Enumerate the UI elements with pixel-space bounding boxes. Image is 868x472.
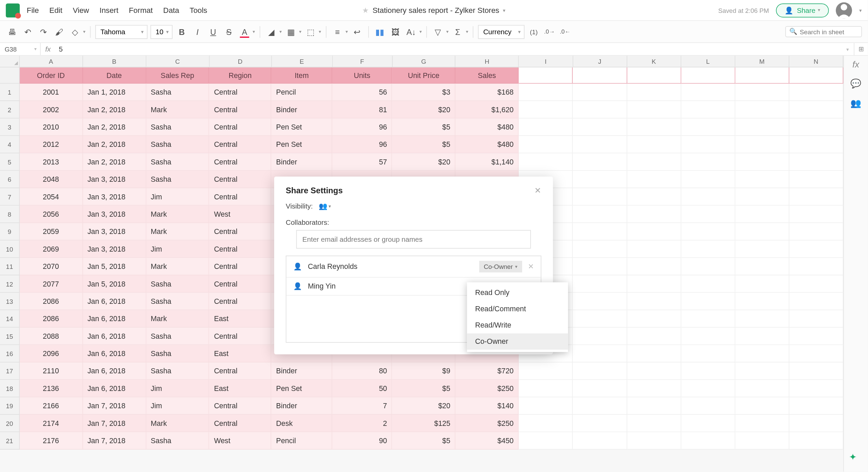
table-header-cell[interactable]: Date xyxy=(83,67,146,84)
cell[interactable]: Jim xyxy=(146,240,210,258)
cell[interactable]: $480 xyxy=(456,136,519,153)
column-header[interactable]: K xyxy=(627,56,681,67)
table-header-cell[interactable]: Sales xyxy=(456,67,519,84)
row-header[interactable]: 16 xyxy=(0,345,20,362)
cell[interactable]: 81 xyxy=(333,101,392,118)
cell[interactable]: 2056 xyxy=(20,205,83,223)
role-option[interactable]: Read Only xyxy=(467,284,568,301)
column-header[interactable]: C xyxy=(146,56,210,67)
row-header[interactable]: 14 xyxy=(0,310,20,328)
cell[interactable]: Central xyxy=(209,415,271,432)
column-header[interactable]: D xyxy=(210,56,272,67)
cell[interactable]: 50 xyxy=(333,380,392,397)
cell[interactable]: East xyxy=(209,310,271,328)
star-icon[interactable]: ★ xyxy=(362,6,369,15)
cell[interactable]: Central xyxy=(209,293,271,310)
column-header[interactable]: B xyxy=(83,56,146,67)
remove-collaborator-icon[interactable]: ✕ xyxy=(528,262,534,271)
row-header[interactable] xyxy=(0,67,20,84)
undo-icon[interactable]: ↶ xyxy=(21,25,34,38)
cell[interactable]: Central xyxy=(209,362,271,380)
cell[interactable]: 57 xyxy=(333,153,392,171)
row-header[interactable]: 6 xyxy=(0,171,20,188)
visibility-selector[interactable]: 👥 ▾ xyxy=(319,202,331,210)
menu-data[interactable]: Data xyxy=(163,6,179,15)
cell[interactable]: $9 xyxy=(392,362,456,380)
cell[interactable]: $720 xyxy=(456,362,519,380)
row-header[interactable]: 19 xyxy=(0,397,20,415)
font-size-select[interactable]: 10 xyxy=(151,25,173,39)
cell[interactable]: Central xyxy=(209,223,271,240)
cell[interactable]: $140 xyxy=(456,397,519,415)
menu-format[interactable]: Format xyxy=(129,6,153,15)
cell[interactable]: Pencil xyxy=(272,84,333,101)
cell[interactable]: 2110 xyxy=(20,362,83,380)
cell[interactable]: $20 xyxy=(392,153,456,171)
cell[interactable]: Jan 7, 2018 xyxy=(83,415,146,432)
cell[interactable]: Central xyxy=(209,136,271,153)
column-header[interactable]: G xyxy=(392,56,456,67)
role-option[interactable]: Co-Owner xyxy=(467,333,568,350)
row-header[interactable]: 3 xyxy=(0,118,20,136)
cell[interactable]: Jan 3, 2018 xyxy=(83,223,146,240)
cell[interactable]: 2069 xyxy=(20,240,83,258)
chevron-down-icon[interactable]: ▾ xyxy=(503,7,506,13)
cell[interactable]: Central xyxy=(209,258,271,275)
cell[interactable]: 7 xyxy=(333,397,392,415)
cell[interactable]: 2086 xyxy=(20,293,83,310)
cell[interactable]: 96 xyxy=(333,118,392,136)
cell[interactable]: Sasha xyxy=(146,171,210,188)
cell[interactable]: East xyxy=(209,345,271,362)
cell[interactable]: Jan 1, 2018 xyxy=(83,84,146,101)
clear-format-icon[interactable]: ◇ xyxy=(68,25,81,38)
row-header[interactable]: 5 xyxy=(0,153,20,171)
cell[interactable]: $450 xyxy=(456,432,519,449)
help-icon[interactable]: ✦ xyxy=(845,448,861,465)
table-header-cell[interactable]: Sales Rep xyxy=(146,67,210,84)
wrap-icon[interactable]: ↩ xyxy=(351,25,364,38)
cell[interactable]: Mark xyxy=(146,310,210,328)
cell[interactable]: 80 xyxy=(333,362,392,380)
cell[interactable]: 2013 xyxy=(20,153,83,171)
cell[interactable]: Pen Set xyxy=(272,136,333,153)
menu-file[interactable]: File xyxy=(27,6,39,15)
cell[interactable]: Jan 5, 2018 xyxy=(83,258,146,275)
cell[interactable]: 2174 xyxy=(20,415,83,432)
row-header[interactable]: 20 xyxy=(0,415,20,432)
row-header[interactable]: 21 xyxy=(0,432,20,449)
row-header[interactable]: 17 xyxy=(0,362,20,380)
table-header-cell[interactable]: Units xyxy=(333,67,392,84)
row-header[interactable]: 4 xyxy=(0,136,20,153)
cell[interactable]: Central xyxy=(209,275,271,293)
column-header[interactable]: I xyxy=(519,56,573,67)
cell[interactable]: Jan 2, 2018 xyxy=(83,136,146,153)
font-family-select[interactable]: Tahoma xyxy=(95,25,147,39)
borders-icon[interactable]: ▦ xyxy=(284,25,297,38)
comment-panel-icon[interactable]: 💬 xyxy=(850,78,862,89)
role-option[interactable]: Read/Comment xyxy=(467,301,568,317)
cell[interactable]: Central xyxy=(209,84,271,101)
cell[interactable]: Mark xyxy=(146,223,210,240)
select-all-corner[interactable]: ◢ xyxy=(0,56,20,67)
cell[interactable]: Central xyxy=(209,118,271,136)
cell[interactable]: Desk xyxy=(272,415,333,432)
cell[interactable]: 2001 xyxy=(20,84,83,101)
column-header[interactable]: H xyxy=(456,56,519,67)
cell[interactable]: Central xyxy=(209,240,271,258)
cell[interactable]: Jim xyxy=(146,380,210,397)
cell[interactable]: Sasha xyxy=(146,432,210,449)
cell[interactable]: Jan 3, 2018 xyxy=(83,171,146,188)
cell[interactable]: $1,620 xyxy=(456,101,519,118)
row-header[interactable]: 18 xyxy=(0,380,20,397)
cell[interactable]: 2012 xyxy=(20,136,83,153)
decrease-decimal-icon[interactable]: .0← xyxy=(559,25,572,38)
cell[interactable]: Binder xyxy=(272,362,333,380)
cell[interactable]: Mark xyxy=(146,415,210,432)
italic-button[interactable]: I xyxy=(191,25,204,38)
cell[interactable]: Pencil xyxy=(272,432,333,449)
role-selector[interactable]: Co-Owner ▾ xyxy=(479,261,522,272)
row-header[interactable]: 13 xyxy=(0,293,20,310)
table-header-cell[interactable]: Unit Price xyxy=(392,67,456,84)
chevron-down-icon[interactable]: ▾ xyxy=(842,46,854,52)
people-panel-icon[interactable]: 👥 xyxy=(850,98,862,109)
